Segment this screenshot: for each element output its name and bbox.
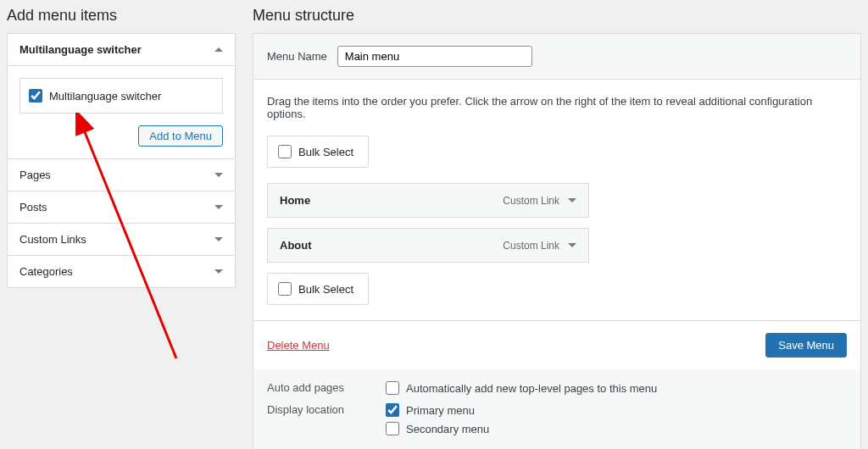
bulk-select-label: Bulk Select xyxy=(298,283,353,296)
display-location-label: Display location xyxy=(267,403,386,416)
chevron-down-icon xyxy=(214,237,223,241)
menu-item-about[interactable]: About Custom Link xyxy=(267,228,589,263)
menu-footer: Delete Menu Save Menu xyxy=(253,320,860,369)
accordion-posts[interactable]: Posts xyxy=(8,191,235,223)
checkbox-label: Multilanguage switcher xyxy=(49,90,161,103)
delete-menu-link[interactable]: Delete Menu xyxy=(267,339,330,352)
bulk-select-top[interactable]: Bulk Select xyxy=(267,136,369,168)
instructions-text: Drag the items into the order you prefer… xyxy=(267,95,847,120)
chevron-up-icon xyxy=(214,47,223,52)
multilanguage-switcher-checkbox[interactable] xyxy=(29,89,42,103)
chevron-down-icon[interactable] xyxy=(568,198,576,202)
bulk-select-checkbox[interactable] xyxy=(278,145,292,158)
menu-item-label: Home xyxy=(280,194,310,207)
accordion-title: Categories xyxy=(19,265,73,278)
location-secondary[interactable]: Secondary menu xyxy=(386,422,489,435)
auto-add-label: Auto add pages xyxy=(267,381,386,394)
bulk-select-bottom[interactable]: Bulk Select xyxy=(267,273,369,305)
accordion-panel: Multilanguage switcher Multilanguage swi… xyxy=(7,33,236,288)
menu-header: Menu Name xyxy=(253,34,860,80)
menu-item-home[interactable]: Home Custom Link xyxy=(267,183,589,218)
add-items-heading: Add menu items xyxy=(7,7,236,25)
menu-item-label: About xyxy=(280,239,312,252)
menu-settings: Auto add pages Automatically add new top… xyxy=(253,369,860,449)
primary-menu-checkbox[interactable] xyxy=(386,403,399,417)
accordion-body: Multilanguage switcher Add to Menu xyxy=(8,65,235,158)
chevron-down-icon xyxy=(214,269,223,274)
accordion-pages[interactable]: Pages xyxy=(8,158,235,191)
menu-item-type: Custom Link xyxy=(503,240,576,252)
accordion-title: Pages xyxy=(19,169,51,181)
accordion-title: Custom Links xyxy=(19,233,86,246)
menu-structure-heading: Menu structure xyxy=(253,7,861,25)
secondary-menu-checkbox[interactable] xyxy=(386,422,399,435)
accordion-custom-links[interactable]: Custom Links xyxy=(8,223,235,255)
menu-item-type: Custom Link xyxy=(503,195,576,207)
menu-name-label: Menu Name xyxy=(267,50,327,63)
menu-body: Drag the items into the order you prefer… xyxy=(253,80,860,320)
menu-name-input[interactable] xyxy=(337,46,532,67)
menu-structure-frame: Menu Name Drag the items into the order … xyxy=(253,33,861,449)
accordion-categories[interactable]: Categories xyxy=(8,255,235,287)
auto-add-option[interactable]: Automatically add new top-level pages to… xyxy=(386,381,657,395)
bulk-select-checkbox[interactable] xyxy=(278,282,292,296)
bulk-select-label: Bulk Select xyxy=(298,146,353,158)
chevron-down-icon[interactable] xyxy=(568,243,576,247)
chevron-down-icon xyxy=(214,205,223,209)
save-menu-button[interactable]: Save Menu xyxy=(765,333,847,358)
accordion-title: Multilanguage switcher xyxy=(19,43,142,56)
accordion-title: Posts xyxy=(19,201,47,213)
chevron-down-icon xyxy=(214,173,223,177)
add-to-menu-button[interactable]: Add to Menu xyxy=(138,125,223,147)
auto-add-checkbox[interactable] xyxy=(386,381,399,395)
accordion-multilanguage-switcher[interactable]: Multilanguage switcher xyxy=(8,34,235,65)
multilanguage-switcher-option[interactable]: Multilanguage switcher xyxy=(19,78,223,114)
location-primary[interactable]: Primary menu xyxy=(386,403,489,417)
